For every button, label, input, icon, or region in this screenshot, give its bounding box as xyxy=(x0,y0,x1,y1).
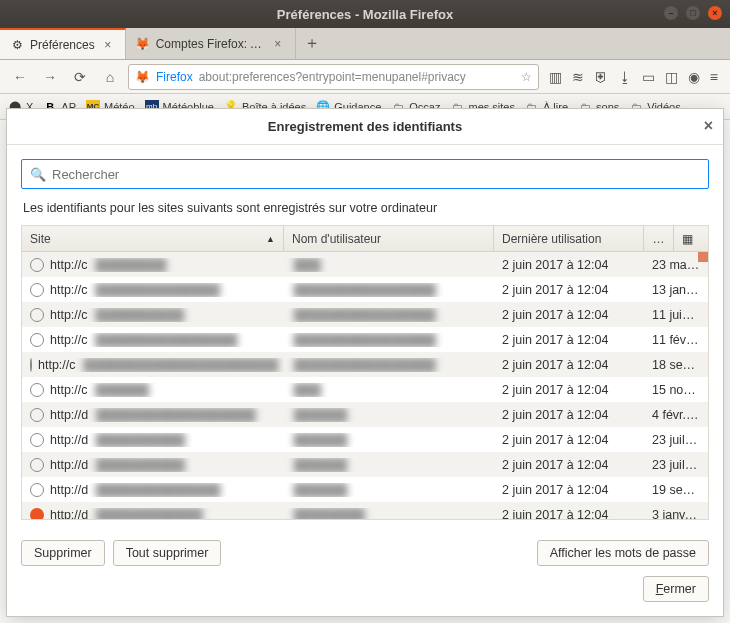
column-site[interactable]: Site▲ xyxy=(22,226,284,251)
site-blurred: ██████████████████ xyxy=(94,408,257,422)
download-icon[interactable]: ⭳ xyxy=(618,69,632,85)
cell-username: ████████████████ xyxy=(284,308,494,322)
sidebar-icon[interactable]: ◫ xyxy=(665,69,678,85)
username-blurred: ██████ xyxy=(292,408,349,422)
search-input[interactable] xyxy=(52,167,700,182)
username-blurred: ███ xyxy=(292,383,323,397)
addon-icon[interactable]: ◉ xyxy=(688,69,700,85)
username-blurred: ██████ xyxy=(292,458,349,472)
search-field[interactable]: 🔍 xyxy=(21,159,709,189)
dialog-body: 🔍 Les identifiants pour les sites suivan… xyxy=(7,145,723,530)
site-prefix: http://d xyxy=(50,408,88,422)
minimize-button[interactable]: – xyxy=(664,6,678,20)
table-row[interactable]: http://c███████████2 juin 2017 à 12:0423… xyxy=(22,252,708,277)
site-blurred: ██████████████ xyxy=(94,483,222,497)
globe-icon xyxy=(30,258,44,272)
cell-site: http://c██████████ xyxy=(22,308,284,322)
table-row[interactable]: http://c██████████████████████████████2 … xyxy=(22,277,708,302)
column-picker-icon[interactable]: ▦ xyxy=(674,226,701,251)
table-row[interactable]: http://c█████████2 juin 2017 à 12:0415 n… xyxy=(22,377,708,402)
dialog-close-icon[interactable]: × xyxy=(704,117,713,135)
maximize-button[interactable]: □ xyxy=(686,6,700,20)
site-prefix: http://c xyxy=(50,308,88,322)
tab-firefox-accounts[interactable]: 🦊 Comptes Firefox: Appa… × xyxy=(126,28,296,59)
site-blurred: ██████████ xyxy=(94,308,187,322)
table-row[interactable]: http://d████████████████2 juin 2017 à 12… xyxy=(22,452,708,477)
table-row[interactable]: http://c██████████████████████████2 juin… xyxy=(22,302,708,327)
cell-site: http://c████████████████ xyxy=(22,333,284,347)
site-prefix: http://c xyxy=(50,283,88,297)
site-blurred: ██████████ xyxy=(94,433,187,447)
cell-changed: 15 nov. … xyxy=(644,383,708,397)
username-blurred: ████████████████ xyxy=(292,358,438,372)
dialog-header: Enregistrement des identifiants × xyxy=(7,109,723,145)
close-window-button[interactable]: × xyxy=(708,6,722,20)
dialog-title: Enregistrement des identifiants xyxy=(268,119,462,134)
search-icon: 🔍 xyxy=(30,167,46,182)
saved-logins-dialog: Enregistrement des identifiants × 🔍 Les … xyxy=(6,108,724,617)
cell-username: ██████ xyxy=(284,433,494,447)
new-tab-button[interactable]: ＋ xyxy=(296,28,328,59)
table-row[interactable]: http://d████████████████████2 juin 2017 … xyxy=(22,502,708,519)
column-last-used[interactable]: Dernière utilisation xyxy=(494,226,644,251)
cell-last-used: 2 juin 2017 à 12:04 xyxy=(494,458,644,472)
column-more[interactable]: … xyxy=(644,226,674,251)
gear-icon: ⚙ xyxy=(10,38,24,52)
column-username[interactable]: Nom d'utilisateur xyxy=(284,226,494,251)
table-row[interactable]: http://d████████████████████████2 juin 2… xyxy=(22,402,708,427)
close-dialog-button[interactable]: Fermer xyxy=(643,576,709,602)
table-body: http://c███████████2 juin 2017 à 12:0423… xyxy=(22,252,708,519)
identity-label: Firefox xyxy=(156,70,193,84)
cell-changed: 23 juil. … xyxy=(644,433,708,447)
close-tab-icon[interactable]: × xyxy=(271,37,285,51)
site-prefix: http://d xyxy=(50,458,88,472)
tab-preferences[interactable]: ⚙ Préférences × xyxy=(0,28,126,59)
table-row[interactable]: http://d████████████████2 juin 2017 à 12… xyxy=(22,427,708,452)
url-bar[interactable]: 🦊 Firefox about:preferences?entrypoint=m… xyxy=(128,64,539,90)
globe-icon xyxy=(30,433,44,447)
shield-icon[interactable]: ⛨ xyxy=(594,69,608,85)
username-blurred: ████████████████ xyxy=(292,333,438,347)
username-blurred: ████████████████ xyxy=(292,283,438,297)
cell-last-used: 2 juin 2017 à 12:04 xyxy=(494,408,644,422)
cell-changed: 13 janv… xyxy=(644,283,708,297)
cell-last-used: 2 juin 2017 à 12:04 xyxy=(494,358,644,372)
cell-username: ██████ xyxy=(284,483,494,497)
cell-site: http://c██████████████████████ xyxy=(22,358,284,372)
cell-username: ███ xyxy=(284,383,494,397)
forward-button[interactable]: → xyxy=(38,65,62,89)
delete-button[interactable]: Supprimer xyxy=(21,540,105,566)
cell-username: ████████████████ xyxy=(284,283,494,297)
firefox-icon: 🦊 xyxy=(136,37,150,51)
menu-icon[interactable]: ≡ xyxy=(710,69,718,85)
site-prefix: http://c xyxy=(50,258,88,272)
cell-site: http://c██████ xyxy=(22,383,284,397)
site-blurred: ████████████████ xyxy=(94,333,240,347)
site-blurred: ██████ xyxy=(94,383,151,397)
feed-icon[interactable]: ≋ xyxy=(572,69,584,85)
cell-changed: 11 juin … xyxy=(644,308,708,322)
site-blurred: ██████████████ xyxy=(94,283,222,297)
table-row[interactable]: http://c████████████████████████████████… xyxy=(22,327,708,352)
bookmark-star-icon[interactable]: ☆ xyxy=(521,70,532,84)
table-row[interactable]: http://c████████████████████████████████… xyxy=(22,352,708,377)
screenshot-icon[interactable]: ▭ xyxy=(642,69,655,85)
home-button[interactable]: ⌂ xyxy=(98,65,122,89)
url-text: about:preferences?entrypoint=menupanel#p… xyxy=(199,70,515,84)
library-icon[interactable]: ▥ xyxy=(549,69,562,85)
back-button[interactable]: ← xyxy=(8,65,32,89)
show-passwords-button[interactable]: Afficher les mots de passe xyxy=(537,540,709,566)
dialog-footer: Supprimer Tout supprimer Afficher les mo… xyxy=(7,530,723,616)
cell-site: http://d██████████ xyxy=(22,433,284,447)
delete-all-button[interactable]: Tout supprimer xyxy=(113,540,222,566)
cell-last-used: 2 juin 2017 à 12:04 xyxy=(494,333,644,347)
scroll-indicator xyxy=(698,252,708,262)
close-tab-icon[interactable]: × xyxy=(101,38,115,52)
cell-last-used: 2 juin 2017 à 12:04 xyxy=(494,258,644,272)
reload-button[interactable]: ⟳ xyxy=(68,65,92,89)
window-controls: – □ × xyxy=(664,6,722,20)
cell-site: http://d████████████ xyxy=(22,508,284,520)
globe-icon xyxy=(30,308,44,322)
globe-icon xyxy=(30,333,44,347)
table-row[interactable]: http://d████████████████████2 juin 2017 … xyxy=(22,477,708,502)
